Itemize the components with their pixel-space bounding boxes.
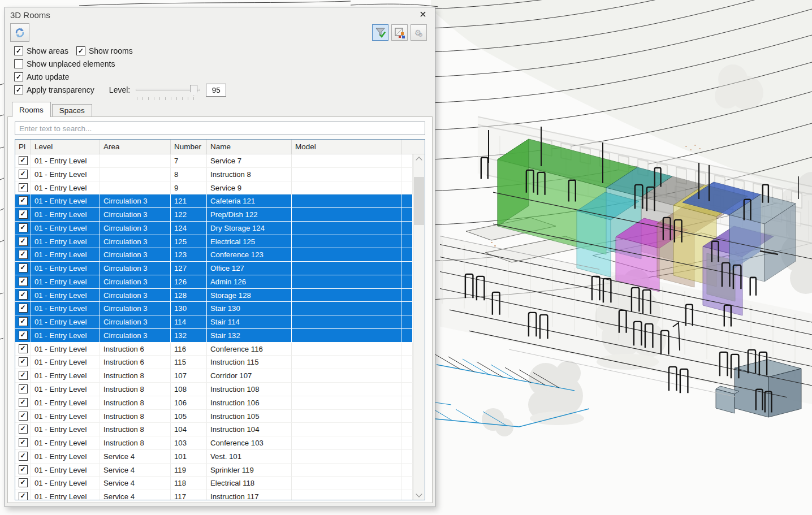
row-name-cell[interactable]: Instruction 105 — [207, 410, 292, 423]
table-row[interactable]: ✓01 - Entry LevelInstruction 8104Instruc… — [15, 423, 413, 436]
row-checkbox[interactable]: ✓ — [19, 250, 28, 259]
row-model-cell[interactable] — [292, 248, 401, 262]
table-row[interactable]: ✓01 - Entry Level8Instruction 8 — [15, 168, 413, 181]
row-checkbox[interactable]: ✓ — [19, 384, 28, 393]
row-area-cell[interactable] — [100, 181, 171, 195]
row-area-cell[interactable]: Cirrculation 3 — [100, 329, 171, 343]
row-area-cell[interactable]: Cirrculation 3 — [100, 302, 171, 315]
row-checkbox[interactable]: ✓ — [19, 492, 28, 500]
row-name-cell[interactable]: Instruction 104 — [207, 423, 292, 436]
row-area-cell[interactable]: Service 4 — [100, 464, 171, 477]
row-name-cell[interactable]: Electrical 125 — [207, 235, 292, 249]
row-area-cell[interactable]: Service 4 — [100, 450, 171, 464]
apply-transparency-checkbox[interactable]: Apply transparency — [14, 85, 94, 94]
table-row[interactable]: ✓01 - Entry LevelCirrculation 3122Prep/D… — [15, 208, 413, 222]
row-model-cell[interactable] — [292, 356, 401, 369]
row-model-cell[interactable] — [292, 315, 401, 329]
column-header-pl[interactable]: Pl — [15, 140, 31, 154]
row-level-cell[interactable]: 01 - Entry Level — [31, 423, 100, 436]
row-checkbox[interactable]: ✓ — [19, 277, 28, 286]
vertical-scrollbar[interactable] — [413, 154, 425, 500]
slider-thumb[interactable] — [190, 85, 197, 96]
settings-button[interactable]: ⚙⚙ — [411, 24, 427, 41]
checkbox-icon[interactable] — [14, 72, 23, 81]
row-number-cell[interactable]: 124 — [171, 222, 207, 235]
row-name-cell[interactable]: Instruction 108 — [207, 383, 292, 396]
table-row[interactable]: ✓01 - Entry LevelCirrculation 3125Electr… — [15, 235, 413, 249]
row-number-cell[interactable]: 121 — [171, 194, 207, 208]
checkbox-icon[interactable] — [14, 46, 23, 55]
row-checkbox[interactable]: ✓ — [19, 183, 28, 192]
row-area-cell[interactable]: Service 4 — [100, 490, 171, 500]
tab-rooms[interactable]: Rooms — [12, 102, 51, 117]
row-checkbox[interactable]: ✓ — [19, 412, 28, 421]
show-unplaced-checkbox[interactable]: Show unplaced elements — [14, 59, 115, 68]
row-area-cell[interactable]: Cirrculation 3 — [100, 222, 171, 235]
row-number-cell[interactable]: 104 — [171, 423, 207, 436]
row-area-cell[interactable]: Instruction 6 — [100, 356, 171, 369]
row-number-cell[interactable]: 130 — [171, 302, 207, 315]
row-area-cell[interactable]: Cirrculation 3 — [100, 262, 171, 275]
scroll-up-icon[interactable] — [413, 154, 425, 164]
row-checkbox[interactable]: ✓ — [19, 317, 28, 326]
row-number-cell[interactable]: 118 — [171, 477, 207, 490]
row-level-cell[interactable]: 01 - Entry Level — [31, 275, 100, 289]
table-row[interactable]: ✓01 - Entry LevelCirrculation 3123Confer… — [15, 248, 413, 262]
row-model-cell[interactable] — [292, 289, 401, 302]
row-number-cell[interactable]: 132 — [171, 329, 207, 343]
row-checkbox[interactable]: ✓ — [19, 223, 28, 232]
row-number-cell[interactable]: 103 — [171, 436, 207, 450]
row-number-cell[interactable]: 9 — [171, 181, 207, 195]
row-model-cell[interactable] — [292, 464, 401, 477]
row-number-cell[interactable]: 122 — [171, 208, 207, 222]
checkbox-icon[interactable] — [76, 46, 85, 55]
row-area-cell[interactable]: Cirrculation 3 — [100, 194, 171, 208]
row-area-cell[interactable]: Instruction 8 — [100, 396, 171, 410]
table-row[interactable]: ✓01 - Entry LevelCirrculation 3127Office… — [15, 262, 413, 275]
table-row[interactable]: ✓01 - Entry LevelCirrculation 3126Admin … — [15, 275, 413, 289]
row-area-cell[interactable]: Instruction 8 — [100, 369, 171, 383]
show-areas-checkbox[interactable]: Show areas — [14, 46, 68, 55]
row-level-cell[interactable]: 01 - Entry Level — [31, 262, 100, 275]
row-checkbox[interactable]: ✓ — [19, 156, 28, 165]
row-name-cell[interactable]: Stair 130 — [207, 302, 292, 315]
tab-spaces[interactable]: Spaces — [52, 104, 92, 117]
row-number-cell[interactable]: 114 — [171, 315, 207, 329]
row-area-cell[interactable] — [100, 154, 171, 168]
row-level-cell[interactable]: 01 - Entry Level — [31, 235, 100, 249]
table-row[interactable]: ✓01 - Entry LevelService 4118Electrical … — [15, 477, 413, 490]
row-number-cell[interactable]: 116 — [171, 343, 207, 356]
row-level-cell[interactable]: 01 - Entry Level — [31, 383, 100, 396]
filter-checked-button[interactable] — [372, 24, 388, 41]
row-model-cell[interactable] — [292, 208, 401, 222]
row-model-cell[interactable] — [292, 275, 401, 289]
row-model-cell[interactable] — [292, 235, 401, 249]
table-row[interactable]: ✓01 - Entry LevelInstruction 8103Confere… — [15, 436, 413, 450]
column-header-area[interactable]: Area — [100, 140, 171, 154]
table-row[interactable]: ✓01 - Entry LevelInstruction 6115Instruc… — [15, 356, 413, 369]
row-name-cell[interactable]: Corridor 107 — [207, 369, 292, 383]
checkbox-icon[interactable] — [14, 85, 23, 94]
row-level-cell[interactable]: 01 - Entry Level — [31, 450, 100, 464]
row-checkbox[interactable]: ✓ — [19, 425, 28, 434]
row-checkbox[interactable]: ✓ — [19, 398, 28, 407]
row-number-cell[interactable]: 119 — [171, 464, 207, 477]
row-number-cell[interactable]: 7 — [171, 154, 207, 168]
row-name-cell[interactable]: Prep/Dish 122 — [207, 208, 292, 222]
row-level-cell[interactable]: 01 - Entry Level — [31, 222, 100, 235]
scroll-down-icon[interactable] — [413, 490, 425, 500]
table-row[interactable]: ✓01 - Entry LevelService 4119Sprinkler 1… — [15, 464, 413, 477]
row-name-cell[interactable]: Electrical 118 — [207, 477, 292, 490]
row-area-cell[interactable]: Instruction 8 — [100, 423, 171, 436]
row-name-cell[interactable]: Conference 103 — [207, 436, 292, 450]
row-number-cell[interactable]: 123 — [171, 248, 207, 262]
table-row[interactable]: ✓01 - Entry Level9Service 9 — [15, 181, 413, 195]
row-level-cell[interactable]: 01 - Entry Level — [31, 181, 100, 195]
row-level-cell[interactable]: 01 - Entry Level — [31, 369, 100, 383]
row-checkbox[interactable]: ✓ — [19, 331, 28, 340]
row-area-cell[interactable]: Instruction 6 — [100, 343, 171, 356]
row-model-cell[interactable] — [292, 181, 401, 195]
row-model-cell[interactable] — [292, 450, 401, 464]
row-checkbox[interactable]: ✓ — [19, 344, 28, 353]
row-number-cell[interactable]: 127 — [171, 262, 207, 275]
